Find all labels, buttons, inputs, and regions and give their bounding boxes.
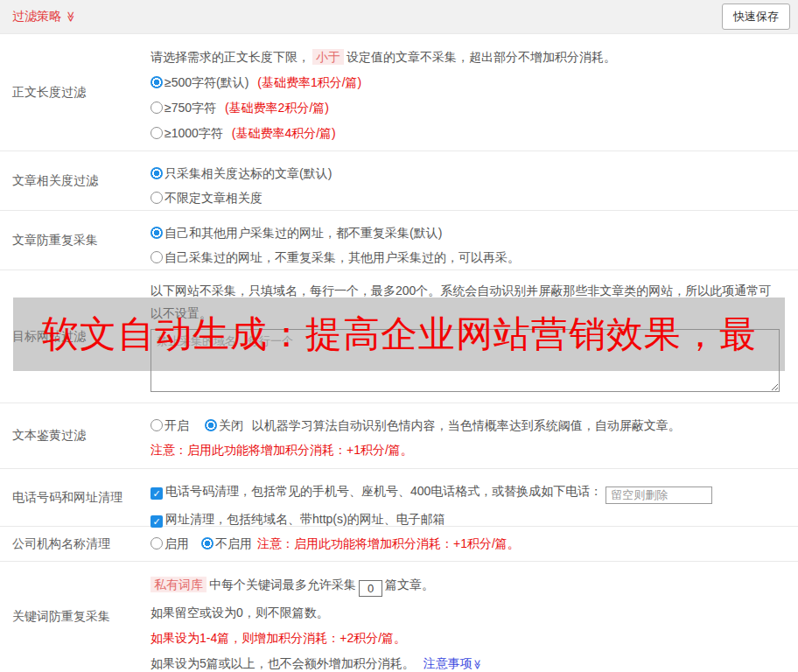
keyword-note-five: 如果设为5篇或以上，也不会额外增加积分消耗。 注意事项≫: [150, 654, 791, 672]
radio-option-1000[interactable]: ≥1000字符 (基础费率4积分/篇): [150, 124, 791, 143]
radio-icon[interactable]: [150, 251, 163, 263]
chevron-down-icon: ≫: [472, 660, 482, 670]
row-relevance-filter: 文章相关度过滤 只采集相关度达标的文章(默认) 不限定文章相关度: [0, 150, 798, 210]
checkbox-checked-icon[interactable]: ✓: [150, 515, 163, 528]
row-body-length-filter: 正文长度过滤 请选择需求的正文长度下限，小于设定值的文章不采集，超出部分不增加积…: [0, 33, 798, 150]
keyword-note-cost: 如果设为1-4篇，则增加积分消耗：+2积分/篇。: [150, 629, 791, 648]
radio-option-relevance-any[interactable]: 不限定文章相关度: [150, 189, 791, 207]
radio-option-company-on[interactable]: 启用: [150, 536, 189, 552]
radio-icon[interactable]: [150, 127, 163, 139]
radio-icon[interactable]: [150, 102, 163, 114]
radio-checked-icon[interactable]: [150, 76, 163, 88]
porn-filter-desc: 以机器学习算法自动识别色情内容，当色情概率达到系统阈值，自动屏蔽文章。: [252, 418, 681, 432]
replacement-phone-input[interactable]: [606, 486, 712, 504]
page-title-text: 过滤策略: [12, 9, 61, 24]
keyword-count-input[interactable]: [359, 580, 382, 597]
radio-option-relevance-strict[interactable]: 只采集相关度达标的文章(默认): [150, 164, 791, 183]
page-title[interactable]: 过滤策略 ≫: [12, 9, 77, 24]
keyword-note-zero: 如果留空或设为0，则不限篇数。: [150, 604, 791, 622]
checkbox-checked-icon[interactable]: ✓: [150, 487, 163, 500]
radio-option-500[interactable]: ≥500字符(默认) (基础费率1积分/篇): [150, 74, 791, 92]
checkbox-option-url-clean[interactable]: ✓网址清理，包括纯域名、带http(s)的网址、电子邮箱: [150, 510, 791, 528]
watermark-text: 软文自动生成：提高企业网站营销效果，最: [42, 313, 757, 354]
row-label-body-length: 正文长度过滤: [0, 34, 150, 150]
row-content-phone-url: ✓电话号码清理，包括常见的手机号、座机号、400电话格式，或替换成如下电话： ✓…: [150, 469, 798, 526]
notice-link[interactable]: 注意事项≫: [424, 656, 483, 670]
radio-option-750[interactable]: ≥750字符 (基础费率2积分/篇): [150, 99, 791, 117]
radio-option-porn-on[interactable]: 开启: [150, 418, 189, 432]
less-than-tag: 小于: [312, 49, 344, 65]
radio-checked-icon[interactable]: [201, 537, 214, 550]
radio-option-company-off[interactable]: 不启用: [201, 536, 252, 552]
body-length-intro: 请选择需求的正文长度下限，小于设定值的文章不采集，超出部分不增加积分消耗。: [150, 48, 791, 66]
row-content-dedup: 自己和其他用户采集过的网址，都不重复采集(默认) 自己采集过的网址，不重复采集，…: [150, 211, 798, 270]
radio-option-dedup-self[interactable]: 自己采集过的网址，不重复采集，其他用户采集过的，可以再采。: [150, 248, 791, 267]
keyword-limit-line: 私有词库中每个关键词最多允许采集篇文章。: [150, 576, 791, 597]
checkbox-option-phone-clean[interactable]: ✓电话号码清理，包括常见的手机号、座机号、400电话格式，或替换成如下电话：: [150, 482, 791, 504]
row-label-keyword-dedup: 关键词防重复采集: [0, 562, 150, 672]
row-label-relevance: 文章相关度过滤: [0, 151, 150, 210]
radio-option-porn-off[interactable]: 关闭: [205, 418, 243, 432]
row-phone-url-clean: 电话号码和网址清理 ✓电话号码清理，包括常见的手机号、座机号、400电话格式，或…: [0, 468, 798, 526]
fee-note: (基础费率4积分/篇): [232, 126, 336, 140]
row-keyword-dedup: 关键词防重复采集 私有词库中每个关键词最多允许采集篇文章。 如果留空或设为0，则…: [0, 561, 798, 672]
row-label-phone-url: 电话号码和网址清理: [0, 469, 150, 526]
watermark-banner: 软文自动生成：提高企业网站营销效果，最: [13, 298, 785, 371]
radio-icon[interactable]: [150, 192, 163, 204]
quick-save-button[interactable]: 快速保存: [722, 4, 790, 30]
radio-icon[interactable]: [150, 537, 163, 550]
row-content-relevance: 只采集相关度达标的文章(默认) 不限定文章相关度: [150, 151, 798, 210]
radio-checked-icon[interactable]: [150, 167, 163, 179]
radio-checked-icon[interactable]: [150, 227, 163, 239]
company-clean-cost-note: 注意：启用此功能将增加积分消耗：+1积分/篇。: [257, 536, 520, 552]
row-dedup-collection: 文章防重复采集 自己和其他用户采集过的网址，都不重复采集(默认) 自己采集过的网…: [0, 210, 798, 270]
row-label-dedup: 文章防重复采集: [0, 211, 150, 270]
row-label-company-clean: 公司机构名称清理: [0, 527, 150, 561]
row-content-body-length: 请选择需求的正文长度下限，小于设定值的文章不采集，超出部分不增加积分消耗。 ≥5…: [150, 34, 798, 150]
fee-note: (基础费率2积分/篇): [225, 101, 329, 115]
filter-strategy-page: 过滤策略 ≫ 快速保存 正文长度过滤 请选择需求的正文长度下限，小于设定值的文章…: [0, 0, 798, 672]
radio-checked-icon[interactable]: [205, 419, 217, 431]
row-porn-filter: 文本鉴黄过滤 开启 关闭 以机器学习算法自动识别色情内容，当色情概率达到系统阈值…: [0, 402, 798, 468]
top-bar: 过滤策略 ≫ 快速保存: [0, 0, 798, 33]
fee-note: (基础费率1积分/篇): [257, 75, 361, 89]
porn-filter-cost-note: 注意：启用此功能将增加积分消耗：+1积分/篇。: [150, 441, 791, 459]
radio-icon[interactable]: [150, 419, 163, 431]
row-label-porn-filter: 文本鉴黄过滤: [0, 403, 150, 468]
row-company-clean: 公司机构名称清理 启用 不启用 注意：启用此功能将增加积分消耗：+1积分/篇。: [0, 526, 798, 561]
radio-option-dedup-all[interactable]: 自己和其他用户采集过的网址，都不重复采集(默认): [150, 224, 791, 242]
row-content-porn-filter: 开启 关闭 以机器学习算法自动识别色情内容，当色情概率达到系统阈值，自动屏蔽文章…: [150, 403, 798, 468]
private-lexicon-tag: 私有词库: [150, 577, 206, 592]
chevron-down-icon: ≫: [66, 11, 76, 23]
row-content-keyword-dedup: 私有词库中每个关键词最多允许采集篇文章。 如果留空或设为0，则不限篇数。 如果设…: [150, 562, 798, 672]
row-content-company-clean: 启用 不启用 注意：启用此功能将增加积分消耗：+1积分/篇。: [150, 527, 798, 561]
